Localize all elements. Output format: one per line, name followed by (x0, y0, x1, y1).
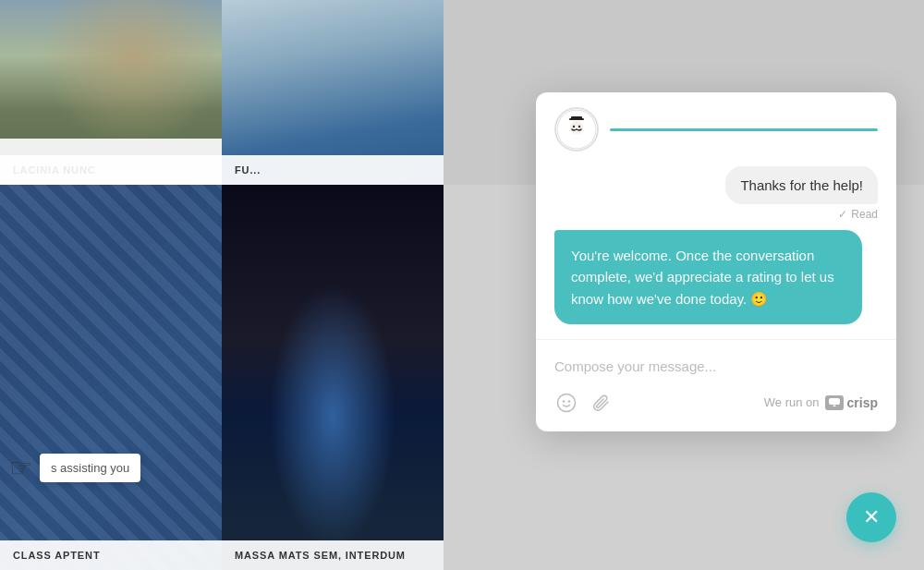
svg-point-4 (570, 121, 583, 134)
svg-rect-3 (571, 116, 582, 120)
caption-fu: FU... (222, 155, 444, 185)
cursor-hand-icon: ☞ (9, 453, 32, 483)
agent-row (536, 92, 896, 159)
bg-cell-arch: FU... (222, 0, 444, 185)
caption-massa: MASSA MATS SEM, INTERDUM (222, 540, 444, 570)
close-icon: ✕ (863, 505, 880, 529)
checkmark-icon: ✓ (838, 208, 847, 221)
svg-point-7 (558, 394, 576, 411)
powered-by-text: We run on (764, 395, 820, 409)
chat-messages: Thanks for the help! ✓ Read You're welco… (536, 159, 896, 339)
bg-cell-triangle: ☞ s assisting you CLASS APTENT (0, 185, 222, 570)
bg-cell-night: MASSA MATS SEM, INTERDUM (222, 185, 444, 570)
cursor-area: ☞ s assisting you (9, 453, 140, 483)
svg-point-5 (573, 126, 575, 127)
caption-lacinia: LACINIA NUNC (0, 155, 222, 185)
chat-widget: Thanks for the help! ✓ Read You're welco… (536, 92, 896, 431)
crisp-icon (825, 395, 844, 410)
user-message: Thanks for the help! ✓ Read (554, 166, 878, 221)
crisp-brand-text: crisp (847, 395, 878, 410)
attachment-button[interactable] (590, 391, 614, 415)
emoji-button[interactable] (554, 391, 578, 415)
svg-point-8 (563, 400, 565, 402)
svg-point-9 (568, 400, 570, 402)
agent-avatar (554, 107, 599, 152)
chat-input-area: Compose your message... (536, 339, 896, 431)
agent-message: You're welcome. Once the conversation co… (554, 230, 878, 324)
agent-status-line (610, 128, 878, 131)
caption-class: CLASS APTENT (0, 540, 222, 570)
svg-point-6 (578, 126, 580, 127)
svg-rect-10 (829, 398, 840, 405)
powered-by: We run on crisp (764, 395, 878, 410)
compose-placeholder[interactable]: Compose your message... (554, 355, 878, 385)
bg-cell-outdoor: LACINIA NUNC (0, 0, 222, 185)
read-receipt: ✓ Read (838, 208, 878, 221)
agent-message-bubble: You're welcome. Once the conversation co… (554, 230, 862, 324)
crisp-logo: crisp (825, 395, 878, 410)
close-chat-button[interactable]: ✕ (846, 492, 896, 542)
toolbar-icons (554, 391, 614, 415)
cursor-tooltip: s assisting you (40, 454, 140, 482)
chat-toolbar: We run on crisp (554, 385, 878, 424)
user-message-bubble: Thanks for the help! (725, 166, 878, 204)
